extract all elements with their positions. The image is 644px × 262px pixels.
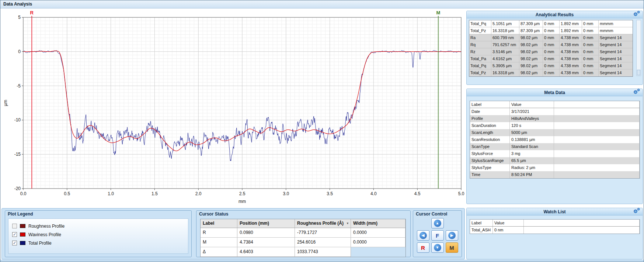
result-cell: Total_Pz bbox=[469, 69, 491, 76]
meta-label-cell: ScanResolution bbox=[470, 136, 510, 143]
legend-checkbox[interactable]: ✓ bbox=[12, 232, 17, 237]
cursor-status-cell: 1033.7743 bbox=[295, 247, 351, 257]
spacer-cell bbox=[554, 164, 640, 171]
watch-row[interactable]: Total_ASH0 nm bbox=[470, 227, 640, 234]
result-cell: 0 mm bbox=[543, 69, 560, 76]
window-footer bbox=[0, 260, 644, 262]
result-cell: 16.3318 µm bbox=[491, 27, 519, 34]
spacer-cell bbox=[554, 115, 640, 122]
meta-row[interactable]: ScanLength5000 µm bbox=[470, 129, 640, 136]
m-button-label: M bbox=[449, 245, 454, 251]
cursor-m-button[interactable]: M bbox=[446, 242, 458, 253]
legend-label: Total Profile bbox=[28, 241, 52, 246]
meta-row[interactable]: Date3/17/2021 bbox=[470, 108, 640, 115]
analytical-result-row[interactable]: Total_Pa4.6162 µm98.02 µm0 mm4.738 mm0 m… bbox=[469, 55, 633, 62]
result-cell: Ra bbox=[469, 34, 491, 41]
meta-row[interactable]: ProfileHillsAndValleys bbox=[470, 115, 640, 122]
settings-gear-icon[interactable]: ⚙⚙ bbox=[633, 11, 641, 18]
cursor-status-cell: -779.1727 bbox=[295, 228, 351, 238]
arrow-up-icon: ▲ bbox=[434, 220, 441, 227]
spacer-cell bbox=[554, 101, 640, 108]
cursor-status-row[interactable]: Δ4.64031033.7743 bbox=[201, 247, 405, 257]
meta-row[interactable]: ScanDuration120 s bbox=[470, 122, 640, 129]
svg-text:-10: -10 bbox=[14, 117, 21, 123]
cursor-left-button[interactable]: ◀ bbox=[417, 230, 429, 241]
result-cell: 98.02 µm bbox=[519, 69, 543, 76]
settings-gear-icon[interactable]: ⚙⚙ bbox=[633, 208, 641, 215]
cursor-f-button[interactable]: F bbox=[431, 230, 444, 241]
meta-value-cell: HillsAndValleys bbox=[510, 115, 554, 122]
watch-value-cell: 0 nm bbox=[493, 227, 524, 234]
result-cell: 4.738 mm bbox=[560, 48, 582, 55]
watch-list-table: LabelValueTotal_ASH0 nm bbox=[470, 219, 640, 234]
result-cell: Segment 14 bbox=[599, 62, 633, 69]
watch-list-panel: Watch List ⚙⚙ LabelValueTotal_ASH0 nm bbox=[466, 208, 643, 259]
analytical-results-panel: Analytical Results ⚙⚙ Total_Pq5.1051 µm8… bbox=[466, 11, 643, 85]
legend-color-swatch bbox=[20, 241, 25, 245]
data-analysis-window: Data Analysis 0.00.51.01.52.02.53.03.54.… bbox=[0, 0, 644, 262]
analytical-result-row[interactable]: Rz3.5146 µm98.02 µm0 mm4.738 mm0 mmSegme… bbox=[469, 48, 633, 55]
legend-checkbox[interactable]: ✓ bbox=[12, 241, 17, 245]
legend-checkbox[interactable] bbox=[12, 224, 17, 228]
cursor-status-row[interactable]: M4.7384254.60160.0000 bbox=[201, 238, 405, 247]
scrollbar-thumb[interactable] bbox=[637, 70, 640, 75]
analytical-result-row[interactable]: Total_Pz16.3318 µm98.02 µm0 mm4.738 mm0 … bbox=[469, 69, 633, 76]
spacer-cell bbox=[554, 143, 640, 150]
r-button-label: R bbox=[421, 245, 425, 251]
panel-title: Watch List bbox=[543, 209, 565, 214]
window-title: Data Analysis bbox=[3, 1, 32, 7]
meta-row[interactable]: StylusTypeRadius: 2 µm bbox=[470, 164, 640, 171]
f-button-label: F bbox=[436, 232, 439, 239]
meta-row[interactable]: Time8:50:24 PM bbox=[470, 171, 640, 178]
analytical-result-row[interactable]: Total_Pz16.3318 µm87.309 µm0 mm1.892 mm0… bbox=[469, 27, 633, 34]
cursor-status-row[interactable]: R0.0980-779.17270.0000 bbox=[201, 228, 405, 238]
cursor-status-header-row: LabelPosition (mm)Roughness Profile (Å)▼… bbox=[201, 219, 405, 228]
meta-value-cell: Radius: 2 µm bbox=[510, 164, 554, 171]
legend-color-swatch bbox=[20, 224, 25, 228]
result-cell: mmmm bbox=[599, 20, 633, 27]
analytical-result-row[interactable]: Total_Pq5.1051 µm87.309 µm0 mm1.892 mm0 … bbox=[469, 20, 633, 27]
cursor-right-button[interactable]: ▶ bbox=[446, 230, 458, 241]
meta-header-cell: Value bbox=[510, 101, 554, 108]
meta-label-cell: StylusType bbox=[470, 164, 510, 171]
result-cell: Segment 14 bbox=[599, 48, 633, 55]
gear-icon: ⚙ bbox=[637, 208, 640, 211]
svg-text:5.0: 5.0 bbox=[458, 191, 464, 196]
cursor-down-button[interactable]: ▼ bbox=[431, 242, 444, 253]
cursor-status-header-cell[interactable]: Roughness Profile (Å)▼ bbox=[295, 219, 351, 228]
cursor-status-cell: 254.6016 bbox=[295, 238, 351, 247]
meta-value-cell: Standard Scan bbox=[510, 143, 554, 150]
gear-icon: ⚙ bbox=[637, 11, 640, 14]
cursor-up-button[interactable]: ▲ bbox=[431, 218, 444, 228]
svg-text:3.0: 3.0 bbox=[283, 191, 289, 196]
meta-row[interactable]: StylusScanRange65.5 µm bbox=[470, 157, 640, 164]
result-cell: 0 mm bbox=[582, 20, 599, 27]
profile-chart-svg: 0.00.51.01.52.02.53.03.54.04.55.050-5-10… bbox=[2, 10, 465, 206]
spacer-cell bbox=[554, 136, 640, 143]
result-cell: 5.1051 µm bbox=[491, 20, 519, 27]
meta-row[interactable]: ScanTypeStandard Scan bbox=[470, 143, 640, 150]
cursor-r-button[interactable]: R bbox=[417, 242, 429, 253]
analytical-results-scrollbar[interactable] bbox=[636, 20, 641, 76]
meta-header-row: LabelValue bbox=[470, 101, 640, 108]
meta-label-cell: StylusForce bbox=[470, 150, 510, 157]
watch-label-cell: Total_ASH bbox=[470, 227, 493, 234]
settings-gear-icon[interactable]: ⚙⚙ bbox=[633, 89, 641, 96]
meta-data-panel: Meta Data ⚙⚙ LabelValueDate3/17/2021Prof… bbox=[466, 89, 643, 204]
column-dropdown-arrow-icon[interactable]: ▼ bbox=[346, 219, 349, 228]
meta-value-cell: 0.138881 µm bbox=[510, 136, 554, 143]
header-label: Roughness Profile (Å) bbox=[297, 221, 344, 226]
result-cell: 4.738 mm bbox=[560, 69, 582, 76]
meta-label-cell: ScanType bbox=[470, 143, 510, 150]
result-cell: Segment 14 bbox=[599, 55, 633, 62]
window-title-bar: Data Analysis bbox=[0, 0, 644, 8]
analytical-result-row[interactable]: Rq791.6257 nm98.02 µm0 mm4.738 mm0 mmSeg… bbox=[469, 41, 633, 48]
svg-text:4.5: 4.5 bbox=[414, 191, 421, 196]
analytical-result-row[interactable]: Ra600.799 nm98.02 µm0 mm4.738 mm0 mmSegm… bbox=[469, 34, 633, 41]
meta-row[interactable]: StylusForce3 mg bbox=[470, 150, 640, 157]
meta-row[interactable]: ScanResolution0.138881 µm bbox=[470, 136, 640, 143]
meta-label-cell: StylusScanRange bbox=[470, 157, 510, 164]
profile-plot[interactable]: 0.00.51.01.52.02.53.03.54.04.55.050-5-10… bbox=[2, 10, 465, 206]
analytical-result-row[interactable]: Total_Pq5.3905 µm98.02 µm0 mm4.738 mm0 m… bbox=[469, 62, 633, 69]
cursor-status-cell: R bbox=[201, 228, 237, 238]
